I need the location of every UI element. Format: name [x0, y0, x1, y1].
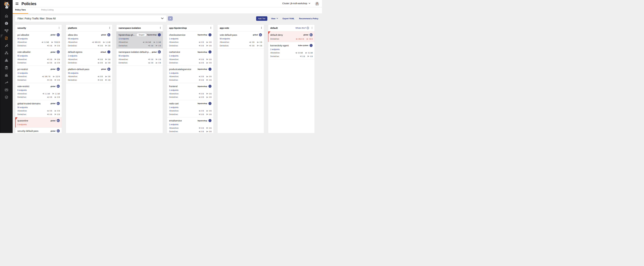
svg-text:?: ?	[308, 27, 308, 29]
